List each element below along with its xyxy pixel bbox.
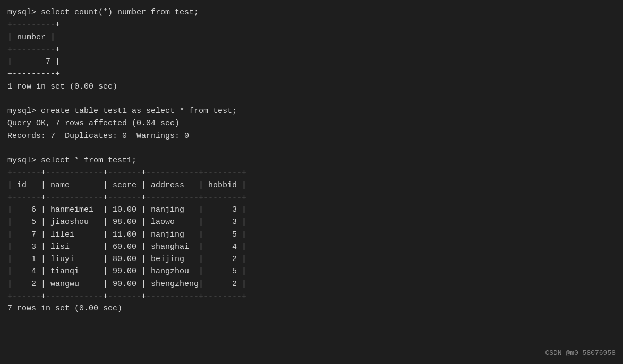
terminal-line: +---------+	[7, 44, 616, 56]
terminal-line: | 2 | wangwu | 90.00 | shengzheng| 2 |	[7, 278, 616, 290]
terminal-line: 1 row in set (0.00 sec)	[7, 81, 616, 93]
terminal-line: | 7 | lilei | 11.00 | nanjing | 5 |	[7, 229, 616, 241]
terminal-line: | 6 | hanmeimei | 10.00 | nanjing | 3 |	[7, 204, 616, 216]
terminal-line: | 1 | liuyi | 80.00 | beijing | 2 |	[7, 253, 616, 265]
terminal-line: +---------+	[7, 19, 616, 31]
terminal-line: mysql> select * from test1;	[7, 154, 616, 167]
terminal-line: +------+------------+-------+-----------…	[7, 167, 616, 179]
terminal-line: mysql> select count(*) number from test;	[7, 6, 616, 19]
terminal-line: | 3 | lisi | 60.00 | shanghai | 4 |	[7, 241, 616, 253]
terminal-line: | 5 | jiaoshou | 98.00 | laowo | 3 |	[7, 216, 616, 228]
watermark: CSDN @m0_58076958	[545, 348, 616, 359]
terminal-line: +---------+	[7, 68, 616, 80]
terminal-line: Query OK, 7 rows affected (0.04 sec)	[7, 117, 616, 129]
terminal-line: | 4 | tianqi | 99.00 | hangzhou | 5 |	[7, 265, 616, 278]
terminal-line	[7, 93, 616, 105]
terminal-line: +------+------------+-------+-----------…	[7, 192, 616, 204]
terminal-line: mysql> create table test1 as select * fr…	[7, 105, 616, 117]
terminal-line: Records: 7 Duplicates: 0 Warnings: 0	[7, 130, 616, 142]
terminal-line: +------+------------+-------+-----------…	[7, 290, 616, 302]
terminal-line: 7 rows in set (0.00 sec)	[7, 302, 616, 315]
terminal-line: | id | name | score | address | hobbid |	[7, 179, 616, 192]
terminal-output: mysql> select count(*) number from test;…	[7, 6, 616, 315]
terminal-line	[7, 142, 616, 154]
terminal-line: | 7 |	[7, 56, 616, 68]
terminal-line: | number |	[7, 31, 616, 44]
